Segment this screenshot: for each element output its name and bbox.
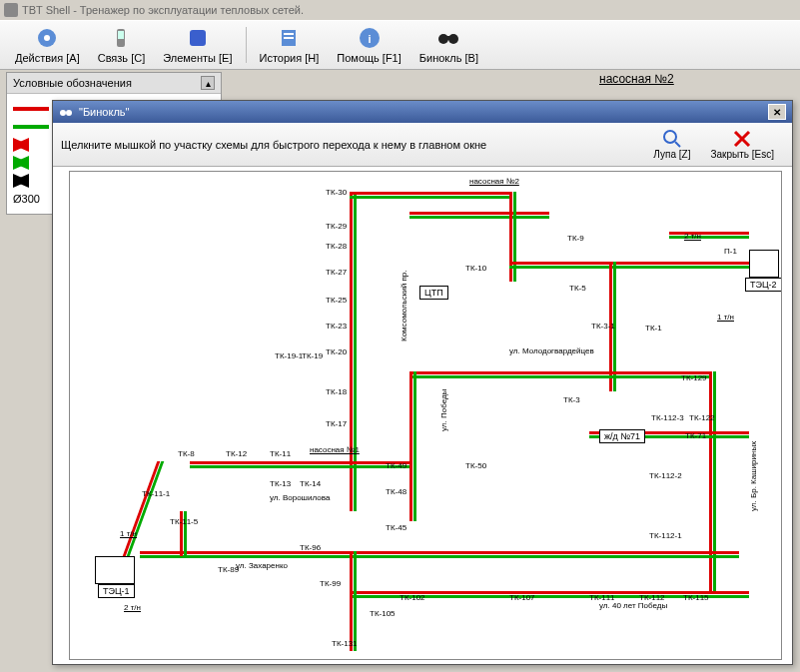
p1-label: П-1 — [724, 247, 737, 256]
legend-header: Условные обозначения ▴ — [7, 73, 221, 94]
close-button[interactable]: Закрыть [Esc] — [700, 127, 784, 162]
node-label[interactable]: ТК-20 — [326, 347, 347, 356]
zoom-button[interactable]: Лупа [Z] — [643, 127, 700, 162]
street-40let: ул. 40 лет Победы — [599, 601, 667, 610]
node-label[interactable]: ТК-49 — [386, 461, 406, 470]
node-label[interactable]: ТК-115 — [683, 593, 709, 602]
node-label[interactable]: ТК-17 — [326, 419, 347, 428]
node-label[interactable]: ТК-107 — [509, 593, 535, 602]
t2-label: 2 т/н — [684, 232, 701, 241]
street-komsomolsky: Комсомольский пр. — [400, 271, 408, 341]
node-label[interactable]: ТК-112-1 — [649, 531, 682, 540]
node-label[interactable]: ТК-45 — [386, 523, 406, 532]
binokl-title-text: "Бинокль" — [79, 106, 129, 118]
node-label[interactable]: ТК-99 — [320, 579, 341, 588]
node-label[interactable]: ТК-112 — [639, 593, 665, 602]
info-icon: i — [358, 26, 382, 50]
main-toolbar: Действия [A] Связь [C] Элементы [E] Исто… — [0, 20, 800, 70]
binokl-titlebar[interactable]: "Бинокль" ✕ — [53, 101, 792, 123]
node-label[interactable]: ТК-122 — [689, 413, 715, 422]
svg-text:i: i — [368, 33, 371, 45]
node-label[interactable]: ТК-131 — [332, 639, 358, 648]
magnifier-icon — [662, 129, 682, 149]
svg-rect-3 — [118, 31, 124, 39]
svg-rect-7 — [284, 37, 294, 39]
node-label[interactable]: ТК-5 — [569, 284, 586, 293]
street-molodogvard: ул. Молодогвардейцев — [509, 346, 594, 355]
svg-point-1 — [44, 35, 50, 41]
t1b-label: 1 т/н — [120, 529, 137, 538]
node-label[interactable]: ТК-28 — [326, 242, 347, 251]
app-icon — [4, 3, 18, 17]
node-label[interactable]: ТК-3-1 — [591, 322, 615, 331]
node-label[interactable]: ТК-23 — [326, 322, 347, 331]
tec1-label: ТЭЦ-1 — [98, 584, 135, 598]
node-label[interactable]: ТК-10 — [465, 264, 486, 273]
node-label[interactable]: ТК-29 — [326, 222, 347, 231]
node-label[interactable]: ТК-27 — [326, 268, 347, 277]
legend-title: Условные обозначения — [13, 77, 132, 89]
phone-icon — [109, 26, 133, 50]
node-label[interactable]: ТК-19 — [302, 351, 323, 360]
schema-canvas[interactable]: ТЭЦ-1 ТЭЦ-2 ЦТП ж/д №71 насосная №1 насо… — [69, 171, 782, 660]
node-label[interactable]: ТК-50 — [465, 461, 486, 470]
node-label[interactable]: ТК-30 — [326, 188, 347, 197]
elements-button[interactable]: Элементы [E] — [154, 22, 241, 68]
tec2-label: ТЭЦ-2 — [745, 278, 782, 292]
node-label[interactable]: ТК-89 — [218, 565, 239, 574]
node-label[interactable]: ТК-12 — [226, 449, 247, 458]
node-label[interactable]: ТК-8 — [178, 449, 195, 458]
svg-rect-4 — [190, 30, 206, 46]
pump1-label: насосная №1 — [310, 445, 360, 454]
pump2-label: насосная №2 — [469, 177, 519, 186]
svg-line-22 — [675, 142, 680, 147]
history-button[interactable]: История [H] — [251, 22, 329, 68]
node-label[interactable]: ТК-14 — [300, 479, 321, 488]
svg-point-21 — [664, 131, 676, 143]
actions-button[interactable]: Действия [A] — [6, 22, 89, 68]
node-label[interactable]: ТК-105 — [370, 609, 396, 618]
binokl-window-icon — [59, 105, 73, 119]
node-label[interactable]: ТК-102 — [400, 593, 425, 602]
tec2-facility[interactable] — [749, 250, 779, 278]
node-label[interactable]: ТК-11 — [270, 449, 291, 458]
node-label[interactable]: ТК-19-1 — [275, 351, 303, 360]
node-label[interactable]: ТК-3 — [563, 395, 580, 404]
app-titlebar: TBT Shell - Тренажер по эксплуатации теп… — [0, 0, 800, 20]
ctp-label[interactable]: ЦТП — [419, 286, 448, 300]
node-label[interactable]: ТК-112-2 — [649, 471, 682, 480]
zhd71-label[interactable]: ж/д №71 — [599, 429, 645, 443]
svg-point-20 — [66, 110, 72, 116]
node-label[interactable]: ТК-11-1 — [142, 489, 170, 498]
node-label[interactable]: ТК-48 — [386, 487, 406, 496]
help-button[interactable]: i Помощь [F1] — [328, 22, 410, 68]
street-kashirinykh: ул. Бр. Кашириных — [749, 441, 758, 511]
tec1-facility[interactable] — [95, 556, 135, 584]
close-x-icon — [732, 129, 752, 149]
binokl-toolbar: Щелкните мышкой по участку схемы для быс… — [53, 123, 792, 167]
binoculars-button[interactable]: Бинокль [B] — [410, 22, 487, 68]
t2b-label: 2 т/н — [124, 603, 141, 612]
svg-point-19 — [60, 110, 66, 116]
node-label[interactable]: ТК-111 — [589, 593, 615, 602]
street-voroshilova: ул. Ворошилова — [270, 493, 330, 502]
node-label[interactable]: ТК-18 — [326, 387, 347, 396]
node-label[interactable]: ТК-129 — [681, 373, 707, 382]
pump2-background-label: насосная №2 — [599, 72, 674, 86]
node-label[interactable]: ТК-71 — [685, 431, 706, 440]
node-label[interactable]: ТК-112-3 — [651, 413, 684, 422]
node-label[interactable]: ТК-11-5 — [170, 517, 198, 526]
legend-toggle-button[interactable]: ▴ — [201, 76, 215, 90]
link-button[interactable]: Связь [C] — [89, 22, 155, 68]
puzzle-icon — [186, 26, 210, 50]
binokl-close-button[interactable]: ✕ — [768, 104, 786, 120]
node-label[interactable]: ТК-96 — [300, 543, 321, 552]
binokl-hint: Щелкните мышкой по участку схемы для быс… — [61, 139, 643, 151]
node-label[interactable]: ТК-1 — [645, 324, 662, 333]
node-label[interactable]: ТК-9 — [567, 234, 584, 243]
node-label[interactable]: ТК-13 — [270, 479, 291, 488]
street-zakharenko: ул. Захаренко — [236, 561, 288, 570]
app-title: TBT Shell - Тренажер по эксплуатации теп… — [22, 4, 304, 16]
node-label[interactable]: ТК-25 — [326, 296, 347, 305]
binokl-window: "Бинокль" ✕ Щелкните мышкой по участку с… — [52, 100, 793, 665]
